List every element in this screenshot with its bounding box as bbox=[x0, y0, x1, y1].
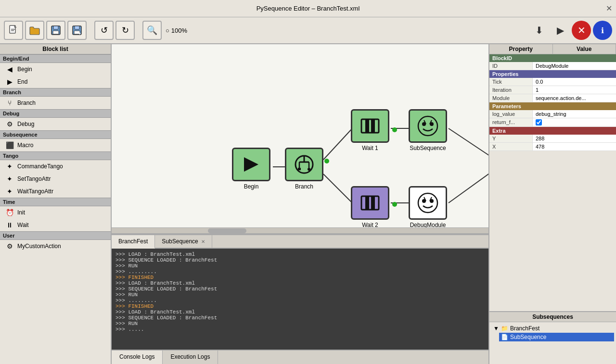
tab-branchfest[interactable]: BranchFest bbox=[112, 235, 155, 249]
svg-marker-30 bbox=[244, 157, 258, 172]
node-begin-label: Begin bbox=[244, 183, 259, 190]
tab-execution-logs[interactable]: Execution Logs bbox=[163, 351, 218, 364]
prop-val-id: DebugModule bbox=[533, 62, 616, 70]
prop-row-y: Y 288 bbox=[489, 135, 616, 143]
saveas-button[interactable]: + bbox=[67, 21, 87, 40]
node-wait2[interactable]: Wait 2 bbox=[351, 186, 389, 228]
blockid-section: BlockID bbox=[489, 54, 616, 62]
extra-section: Extra bbox=[489, 127, 616, 135]
returnf-checkbox[interactable] bbox=[536, 119, 542, 126]
prop-key-tick: Tick bbox=[489, 78, 533, 86]
init-label: Init bbox=[17, 209, 25, 216]
debug-icon: ⚙ bbox=[5, 119, 14, 129]
svg-point-37 bbox=[308, 168, 310, 171]
canvas-area[interactable]: Begin Branch bbox=[112, 44, 488, 234]
wait-label: Wait bbox=[17, 222, 29, 228]
content-area: Begin Branch bbox=[112, 44, 488, 364]
mycustomaction-label: MyCustomAction bbox=[17, 243, 61, 250]
node-begin[interactable]: Begin bbox=[232, 148, 270, 190]
parameters-section: Parameters bbox=[489, 102, 616, 110]
sidebar-item-debug[interactable]: ⚙ Debug bbox=[0, 118, 111, 130]
prop-row-x: X 478 bbox=[489, 143, 616, 151]
wait-icon: ⏸ bbox=[5, 220, 14, 230]
tab-subsequence-close[interactable]: ✕ bbox=[201, 239, 205, 244]
zoom-level: 100% bbox=[171, 27, 187, 34]
prop-key-id: ID bbox=[489, 62, 533, 70]
open-button[interactable] bbox=[25, 21, 44, 40]
mycustomaction-icon: ⚙ bbox=[5, 241, 14, 251]
sidebar-item-init[interactable]: ⏰ Init bbox=[0, 206, 111, 219]
sidebar-item-branch[interactable]: ⑂ Branch bbox=[0, 97, 111, 109]
cat-debug: Debug bbox=[0, 109, 111, 118]
sidebar-item-settangoattr[interactable]: ✦ SetTangoAttr bbox=[0, 173, 111, 185]
right-panel: Property Value BlockID ID DebugModule Pr… bbox=[488, 44, 616, 364]
begin-label: Begin bbox=[17, 66, 32, 73]
prop-val-tick: 0.0 bbox=[533, 78, 616, 86]
toolbar: + ↺ ↻ 🔍 ○ 100% ⬇ ▶ ✕ ℹ bbox=[0, 17, 616, 44]
tree-item-branchfest[interactable]: ▼ 📁 BranchFest bbox=[491, 324, 614, 333]
prop-header-value: Value bbox=[553, 44, 616, 54]
end-label: End bbox=[17, 78, 27, 85]
redo-button[interactable]: ↻ bbox=[116, 21, 135, 40]
main-area: Block list Begin/End ◀ Begin ▶ End Branc… bbox=[0, 44, 616, 364]
macro-label: Macro bbox=[17, 142, 33, 149]
title: PySequence Editor – BranchTest.xml bbox=[257, 5, 360, 12]
prop-val-returnf[interactable] bbox=[533, 118, 616, 126]
tab-console-logs[interactable]: Console Logs bbox=[112, 351, 163, 364]
bottom-panel: BranchFest SubSequence ✕ >>> LOAD : Bran… bbox=[112, 234, 488, 364]
sidebar-item-wait[interactable]: ⏸ Wait bbox=[0, 219, 111, 231]
node-subsequence[interactable]: SubSequence bbox=[409, 109, 447, 151]
init-icon: ⏰ bbox=[5, 208, 14, 217]
svg-point-25 bbox=[392, 202, 397, 207]
node-wait1[interactable]: Wait 1 bbox=[351, 109, 389, 151]
sidebar-item-mycustomaction[interactable]: ⚙ MyCustomAction bbox=[0, 240, 111, 252]
svg-point-41 bbox=[418, 116, 437, 136]
tree-item-subsequence[interactable]: 📄 SubSequence bbox=[499, 333, 614, 341]
node-subsequence-label: SubSequence bbox=[410, 145, 446, 151]
svg-rect-58 bbox=[371, 196, 375, 210]
svg-line-15 bbox=[449, 128, 488, 157]
svg-text:+: + bbox=[78, 31, 81, 36]
macro-icon: ⬛ bbox=[5, 140, 14, 150]
sidebar-item-macro[interactable]: ⬛ Macro bbox=[0, 139, 111, 151]
download-button[interactable]: ⬇ bbox=[529, 21, 549, 40]
svg-point-20 bbox=[324, 159, 329, 163]
node-debugmodule[interactable]: DebugModule bbox=[409, 186, 447, 228]
svg-line-17 bbox=[449, 172, 488, 203]
begin-icon: ◀ bbox=[5, 64, 14, 74]
svg-rect-2 bbox=[11, 29, 15, 30]
sidebar-item-commandetango[interactable]: ✦ CommandeTango bbox=[0, 160, 111, 173]
sidebar-item-begin[interactable]: ◀ Begin bbox=[0, 63, 111, 75]
svg-line-12 bbox=[323, 128, 352, 160]
canvas-hscrollbar[interactable] bbox=[112, 227, 488, 233]
prop-row-returnf: return_f... bbox=[489, 118, 616, 127]
svg-rect-39 bbox=[365, 119, 369, 133]
log-tabs-bar: Console Logs Execution Logs bbox=[112, 350, 488, 364]
run-button[interactable]: ▶ bbox=[551, 21, 570, 40]
node-branch[interactable]: Branch bbox=[285, 148, 323, 190]
zoom-button[interactable]: 🔍 bbox=[142, 21, 162, 40]
properties-section: Properties bbox=[489, 70, 616, 78]
cat-beginend: Begin/End bbox=[0, 54, 111, 63]
tab-subsequence[interactable]: SubSequence ✕ bbox=[155, 235, 212, 248]
prop-val-module: sequence.action.de... bbox=[533, 94, 616, 102]
branch-label: Branch bbox=[17, 100, 36, 106]
svg-rect-56 bbox=[361, 196, 379, 210]
commandetango-icon: ✦ bbox=[5, 162, 14, 171]
sidebar-item-waittangoattr[interactable]: ✦ WaitTangoAttr bbox=[0, 185, 111, 198]
close-button[interactable]: ✕ bbox=[606, 4, 612, 13]
property-panel: Property Value BlockID ID DebugModule Pr… bbox=[489, 44, 616, 311]
new-button[interactable] bbox=[4, 21, 23, 40]
subsequences-tree: ▼ 📁 BranchFest 📄 SubSequence bbox=[489, 322, 616, 364]
svg-rect-3 bbox=[11, 30, 14, 31]
info-button[interactable]: ℹ bbox=[593, 21, 612, 40]
stop-button[interactable]: ✕ bbox=[572, 21, 591, 40]
cat-time: Time bbox=[0, 198, 111, 206]
prop-key-y: Y bbox=[489, 135, 533, 142]
waittangoattr-icon: ✦ bbox=[5, 187, 14, 196]
undo-button[interactable]: ↺ bbox=[94, 21, 114, 40]
commandetango-label: CommandeTango bbox=[17, 163, 63, 170]
save-button[interactable] bbox=[46, 21, 65, 40]
waittangoattr-label: WaitTangoAttr bbox=[17, 188, 53, 195]
sidebar-item-end[interactable]: ▶ End bbox=[0, 75, 111, 88]
